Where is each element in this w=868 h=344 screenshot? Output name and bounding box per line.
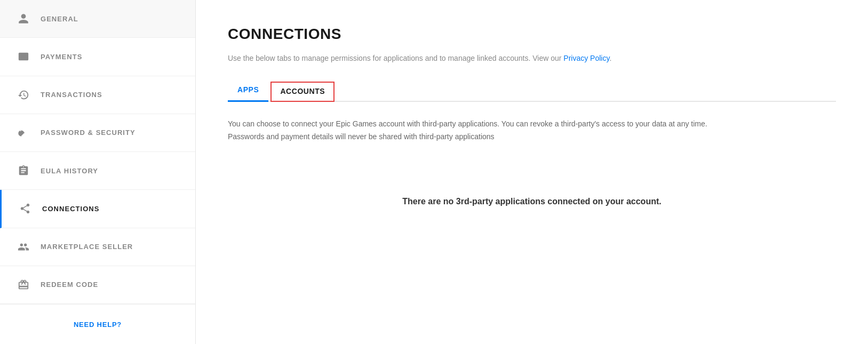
sidebar-label-password-security: Password & Security [41,129,136,137]
sidebar-label-general: General [41,15,78,23]
sidebar-item-payments[interactable]: Payments [0,38,195,76]
sidebar-item-general[interactable]: General [0,0,195,38]
tabs-bar: APPS ACCOUNTS [228,80,836,102]
sidebar-label-eula-history: EULA History [41,167,98,175]
sidebar-item-connections[interactable]: Connections [0,190,195,228]
sidebar-item-redeem-code[interactable]: Redeem Code [0,266,195,304]
apps-description: You can choose to connect your Epic Game… [228,118,708,143]
sidebar-label-transactions: Transactions [41,91,102,99]
history-icon [16,87,31,102]
seller-icon [16,239,31,254]
sidebar-item-marketplace-seller[interactable]: Marketplace Seller [0,228,195,266]
sidebar-label-connections: Connections [42,205,100,213]
privacy-policy-link[interactable]: Privacy Policy [563,54,609,62]
empty-state: There are no 3rd-party applications conn… [228,170,836,233]
sidebar-item-eula-history[interactable]: EULA History [0,152,195,190]
description: Use the below tabs to manage permissions… [228,52,836,64]
share-icon [18,201,33,216]
sidebar-label-redeem-code: Redeem Code [41,281,98,289]
description-suffix: . [609,54,611,62]
main-content: CONNECTIONS Use the below tabs to manage… [196,0,868,344]
sidebar-label-payments: Payments [41,53,82,61]
sidebar: General Payments Transactions Password &… [0,0,196,344]
gift-icon [16,277,31,292]
sidebar-item-transactions[interactable]: Transactions [0,76,195,114]
key-icon [16,125,31,140]
person-icon [16,11,31,26]
tab-accounts[interactable]: ACCOUNTS [270,82,335,102]
page-title: CONNECTIONS [228,26,836,43]
sidebar-footer: Need Help? [0,304,195,344]
need-help-link[interactable]: Need Help? [74,321,122,329]
description-prefix: Use the below tabs to manage permissions… [228,54,563,62]
payment-icon [16,49,31,64]
tab-apps[interactable]: APPS [228,80,268,102]
sidebar-item-password-security[interactable]: Password & Security [0,114,195,152]
sidebar-label-marketplace-seller: Marketplace Seller [41,243,133,251]
clipboard-icon [16,163,31,178]
